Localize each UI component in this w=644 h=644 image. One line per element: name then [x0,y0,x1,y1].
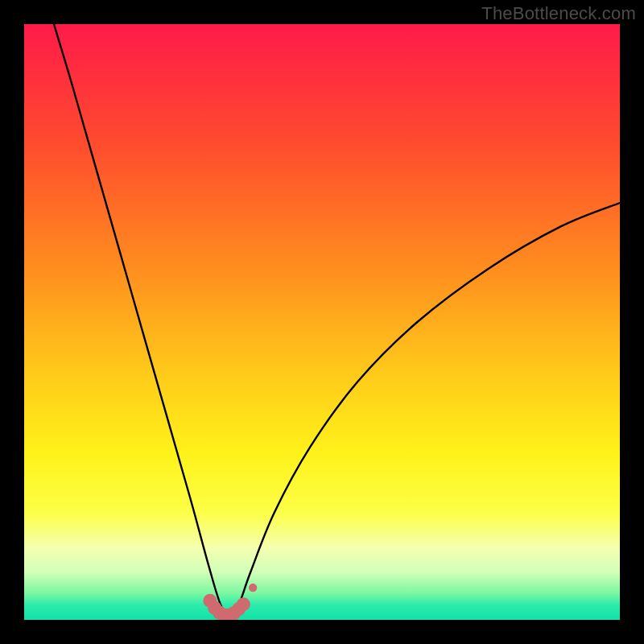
outer-frame: TheBottleneck.com [0,0,644,644]
gradient-background [24,24,620,620]
watermark-text: TheBottleneck.com [481,3,636,24]
plot-area [24,24,620,620]
trough-marker [237,597,250,611]
bottleneck-chart [24,24,620,620]
trough-marker [249,584,257,592]
